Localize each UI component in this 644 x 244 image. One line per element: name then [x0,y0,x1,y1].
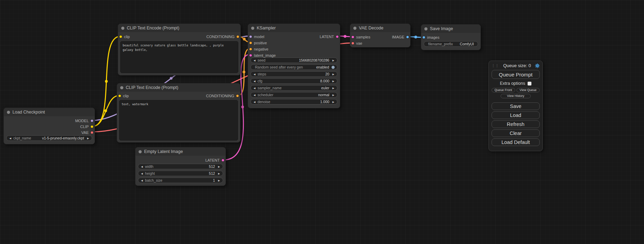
collapse-dot-icon[interactable] [251,27,254,30]
input-port-samples[interactable] [351,36,354,39]
toggle-dot-icon[interactable] [331,65,335,69]
decrement-arrow-icon[interactable]: ◀ [253,101,256,103]
link-midpoint-dot-image [414,36,417,38]
decrement-arrow-icon[interactable]: ◀ [253,94,256,96]
node-title-bar[interactable]: CLIP Text Encode (Prompt) [117,83,240,92]
collapse-dot-icon[interactable] [121,27,124,30]
output-port-latent[interactable] [221,159,224,162]
increment-arrow-icon[interactable]: ▶ [86,137,90,139]
widget-batch-size[interactable]: ◀ batch_size 1 ▶ [138,178,223,183]
output-port-model[interactable] [90,119,94,122]
decrement-arrow-icon[interactable]: ◀ [253,73,256,75]
input-port-clip[interactable] [118,94,121,98]
prompt-textarea[interactable]: text, watermark [119,100,238,141]
node-title-bar[interactable]: Empty Latent Image [135,147,226,156]
slot-row: clip CONDITIONING [117,93,240,99]
output-port-vae[interactable] [90,131,94,134]
decrement-arrow-icon[interactable]: ◀ [253,80,256,82]
load-button[interactable]: Load [492,111,540,119]
node-empty-latent-image[interactable]: Empty Latent Image LATENT ◀ width 512 ▶ … [135,147,226,186]
output-slot-label: VAE [81,130,89,135]
increment-arrow-icon[interactable]: ▶ [217,179,221,182]
output-port-image[interactable] [406,36,409,39]
increment-arrow-icon[interactable]: ▶ [332,80,335,82]
queue-prompt-button[interactable]: Queue Prompt [492,70,540,79]
clear-button[interactable]: Clear [492,129,540,137]
input-port-clip[interactable] [119,35,122,38]
node-save-image[interactable]: Save Image images filename_prefix ComfyU… [421,24,481,50]
node-ksampler[interactable]: KSampler model LATENT positive negative … [248,24,340,108]
input-port-negative[interactable] [249,48,252,51]
increment-arrow-icon[interactable]: ▶ [332,59,335,62]
widget-denoise[interactable]: ◀ denoise 1.000 ▶ [250,99,337,105]
widget-steps[interactable]: ◀ steps 20 ▶ [250,71,337,77]
link-midpoint-dot-positive-cond [243,38,246,40]
input-slot-label: samples [356,35,370,39]
node-title-bar[interactable]: Load Checkpoint [4,108,95,116]
widget-sampler-name[interactable]: ◀ sampler_name euler ▶ [250,85,337,91]
decrement-arrow-icon[interactable]: ◀ [140,179,144,182]
increment-arrow-icon[interactable]: ▶ [332,73,335,75]
widget-height[interactable]: ◀ height 512 ▶ [138,171,223,176]
node-title-bar[interactable]: KSampler [248,24,340,32]
widget-seed[interactable]: ◀ seed 156680208700286 ▶ [250,57,337,63]
decrement-arrow-icon[interactable]: ◀ [253,87,256,89]
node-title: CLIP Text Encode (Prompt) [127,26,179,30]
node-clip-text-encode-positive[interactable]: CLIP Text Encode (Prompt) clip CONDITION… [118,24,241,75]
node-title-bar[interactable]: VAE Decode [350,24,410,32]
node-load-checkpoint[interactable]: Load Checkpoint MODEL CLIP VAE ◀ ckpt_na… [3,108,95,144]
input-slot-label: positive [254,41,267,45]
increment-arrow-icon[interactable]: ▶ [217,172,221,175]
widget-cfg[interactable]: ◀ cfg 8.000 ▶ [250,78,337,84]
collapse-dot-icon[interactable] [7,111,10,114]
node-title: KSampler [257,26,276,30]
input-port-positive[interactable] [249,42,252,45]
increment-arrow-icon[interactable]: ▶ [217,165,221,168]
node-clip-text-encode-negative[interactable]: CLIP Text Encode (Prompt) clip CONDITION… [117,83,240,143]
widget-random-seed-toggle[interactable]: Random seed after every gen enabled [250,64,337,70]
drag-handle-icon[interactable]: ⋮⋮ [492,64,499,67]
output-port-conditioning[interactable] [236,94,239,98]
widget-ckpt-name[interactable]: ◀ ckpt_name v1-5-pruned-emaonly.ckpt ▶ [6,135,92,141]
output-port-clip[interactable] [90,125,94,128]
load-default-button[interactable]: Load Default [492,138,540,146]
widget-label: scheduler [257,93,273,97]
decrement-arrow-icon[interactable]: ◀ [140,172,144,175]
decrement-arrow-icon[interactable]: ◀ [140,165,144,168]
link-midpoint-dot-latent [241,106,244,108]
settings-gear-icon[interactable] [535,63,540,68]
increment-arrow-icon[interactable]: ▶ [332,87,335,89]
input-port-images[interactable] [422,36,425,39]
decrement-arrow-icon[interactable]: ◀ [253,59,256,62]
widget-width[interactable]: ◀ width 512 ▶ [138,164,223,169]
save-button[interactable]: Save [492,102,540,110]
refresh-button[interactable]: Refresh [492,120,540,128]
node-title-bar[interactable]: CLIP Text Encode (Prompt) [118,24,240,32]
queue-front-button[interactable]: Queue Front [492,88,515,92]
node-vae-decode[interactable]: VAE Decode samples IMAGE vae [350,24,411,47]
view-history-button[interactable]: View History [501,94,530,98]
view-queue-button[interactable]: View Queue [517,88,540,92]
prompt-textarea[interactable]: beautiful scenery nature glass bottle la… [120,41,238,73]
collapse-dot-icon[interactable] [139,150,142,153]
output-port-latent[interactable] [336,35,339,38]
collapse-dot-icon[interactable] [120,86,123,89]
input-port-vae[interactable] [351,42,354,45]
input-slot-label: negative [254,47,268,51]
output-port-conditioning[interactable] [236,35,239,38]
widget-filename-prefix[interactable]: filename_prefix ComfyUI [424,41,478,47]
extra-options-checkbox[interactable] [528,82,531,85]
widget-value: v1-5-pruned-emaonly.ckpt [42,136,84,140]
graph-canvas[interactable]: Load Checkpoint MODEL CLIP VAE ◀ ckpt_na… [0,0,644,244]
input-port-model[interactable] [249,35,252,38]
input-port-latent-image[interactable] [249,54,252,57]
collapse-dot-icon[interactable] [353,27,356,30]
node-title-bar[interactable]: Save Image [421,25,480,33]
slot-row: vae [350,40,410,46]
collapse-dot-icon[interactable] [424,27,427,30]
increment-arrow-icon[interactable]: ▶ [332,101,335,103]
widget-scheduler[interactable]: ◀ scheduler normal ▶ [250,92,337,98]
decrement-arrow-icon[interactable]: ◀ [8,137,12,139]
increment-arrow-icon[interactable]: ▶ [332,94,335,96]
input-slot-label: images [427,35,439,39]
